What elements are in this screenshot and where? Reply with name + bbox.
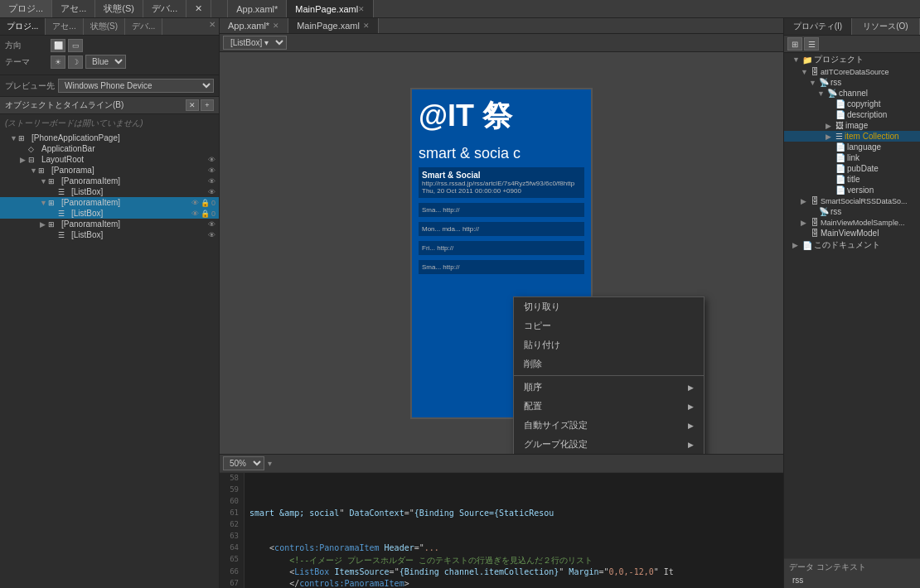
news-content-3: Mon... mda... http:// — [422, 225, 581, 233]
timeline-add-btn[interactable]: + — [201, 99, 214, 111]
rt-itemcollection[interactable]: ▶ ☰ item Collection — [784, 131, 920, 142]
code-line-60: 60 — [220, 496, 783, 508]
rt-project[interactable]: ▼ 📁 プロジェクト — [784, 53, 920, 66]
data-context-rss[interactable]: rss — [789, 575, 915, 586]
rt-image[interactable]: ▶ 🖼 image — [784, 120, 920, 131]
direction-landscape-btn[interactable]: ▭ — [68, 39, 83, 52]
ctx-paste[interactable]: 貼り付け — [514, 335, 704, 354]
tab-appxaml[interactable]: App.xaml* — [228, 0, 287, 17]
close-appxaml[interactable]: ✕ — [273, 22, 279, 30]
zoom-select[interactable]: 50% — [223, 456, 264, 470]
tree-item-phonepage[interactable]: ▼ ⊞ [PhoneApplicationPage] — [0, 133, 219, 143]
ctx-order[interactable]: 順序 ▶ — [514, 378, 704, 397]
timeline-header: オブジェクトとタイムライン(B) ✕ + — [0, 96, 219, 114]
tab-assets[interactable]: アセ... — [52, 0, 95, 17]
num-badge: 0 — [211, 199, 215, 207]
tree-icon-lb1: ☰ — [58, 188, 70, 196]
right-tab-properties[interactable]: プロパティ(I) — [784, 18, 852, 35]
rt-title[interactable]: 📄 title — [784, 174, 920, 185]
rt-mainviewmodelsample[interactable]: ▶ 🗄 MainViewModelSample... — [784, 217, 920, 228]
left-tab-debug[interactable]: デバ... — [125, 18, 162, 35]
tab-debug[interactable]: デバ... — [143, 0, 186, 17]
rt-icon-project: 📁 — [802, 55, 812, 65]
rt-channel[interactable]: ▼ 📡 channel — [784, 88, 920, 99]
tree-item-listbox1[interactable]: ☰ [ListBox] 👁 — [0, 186, 219, 197]
tree-icon-pi1: ⊞ — [48, 177, 60, 186]
right-tabs: プロパティ(I) リソース(O) — [784, 18, 920, 36]
logo-text: @IT 祭 — [419, 96, 584, 137]
rt-copyright[interactable]: 📄 copyright — [784, 99, 920, 109]
rt-rss1[interactable]: ▼ 📡 rss — [784, 77, 920, 88]
rt-icon-title: 📄 — [835, 175, 845, 184]
tree-item-panoramaitem3[interactable]: ▶ ⊞ [PanoramaItem] 👁 — [0, 219, 219, 229]
theme-dark-btn[interactable]: ☽ — [68, 55, 83, 69]
tree-item-panorama[interactable]: ▼ ⊞ [Panorama] 👁 — [0, 165, 219, 176]
phone-content: @IT 祭 smart & socia c Smart & Social htt… — [412, 89, 591, 281]
rt-thisdoc[interactable]: ▶ 📄 このドキュメント — [784, 239, 920, 252]
object-tree: ▼ ⊞ [PhoneApplicationPage] ◇ Application… — [0, 133, 219, 588]
right-tab-resources[interactable]: リソース(O) — [852, 18, 920, 35]
rt-version[interactable]: 📄 version — [784, 185, 920, 195]
design-canvas[interactable]: @IT 祭 smart & socia c Smart & Social htt… — [220, 52, 783, 454]
left-tab-assets[interactable]: アセ... — [46, 18, 83, 35]
rt-description[interactable]: 📄 description — [784, 109, 920, 120]
rt-datasource[interactable]: ▼ 🗄 atITCoreDataSource — [784, 66, 920, 77]
tree-item-listbox2-selected[interactable]: ☰ [ListBox] 👁 🔒 0 — [0, 208, 219, 219]
props-section: 方向 ⬜ ▭ テーマ ☀ ☽ Blue — [0, 36, 219, 75]
code-line-58: 58 — [220, 473, 783, 484]
preview-device-select[interactable]: Windows Phone Device — [58, 79, 214, 93]
tab-pin[interactable]: ✕ — [186, 0, 211, 17]
timeline-pin-btn[interactable]: ✕ — [186, 99, 199, 111]
tree-item-panoramaitem2[interactable]: ▼ ⊞ [PanoramaItem] 👁 🔒 0 — [0, 197, 219, 208]
tab-mainpage-center[interactable]: MainPage.xaml ✕ — [288, 18, 379, 33]
rt-icon-desc: 📄 — [835, 110, 845, 119]
rt-link[interactable]: 📄 link — [784, 152, 920, 163]
direction-portrait-btn[interactable]: ⬜ — [51, 39, 65, 52]
left-tab-project[interactable]: プロジ... — [0, 18, 46, 35]
ctx-delete[interactable]: 削除 — [514, 354, 704, 374]
ctx-arrow-align: ▶ — [688, 402, 694, 411]
ctx-group[interactable]: グループ化設定 ▶ — [514, 435, 704, 454]
news-content-4: Fri... http:// — [422, 244, 581, 252]
line-num-64: 64 — [220, 542, 245, 554]
tab-project[interactable]: プロジ... — [0, 0, 52, 17]
tab-appxaml-center[interactable]: App.xaml* ✕ — [220, 18, 288, 33]
line-num-67: 67 — [220, 578, 245, 588]
ctx-copy[interactable]: コピー — [514, 316, 704, 335]
left-tab-state[interactable]: 状態(S) — [84, 18, 125, 35]
tree-item-appbar[interactable]: ◇ ApplicationBar — [0, 143, 219, 154]
ctx-autosize[interactable]: 自動サイズ設定 ▶ — [514, 416, 704, 435]
close-mainpage[interactable]: ✕ — [363, 22, 370, 30]
rt-mainviewmodel[interactable]: 🗄 MainViewModel — [784, 228, 920, 239]
tree-item-listbox3[interactable]: ☰ [ListBox] 👁 — [0, 229, 219, 240]
rt-smartsocial[interactable]: ▶ 🗄 SmartSocialRSSDataSo... — [784, 195, 920, 206]
rt-grid-btn[interactable]: ⊞ — [787, 37, 802, 51]
ctx-cut[interactable]: 切り取り — [514, 297, 704, 316]
theme-select[interactable]: Blue — [85, 55, 126, 69]
center-tabs: App.xaml* ✕ MainPage.xaml ✕ — [220, 18, 783, 34]
news-title-1: Smart & Social — [422, 171, 581, 180]
rt-arrow-rss1: ▼ — [809, 79, 817, 87]
element-selector[interactable]: [ListBox] ▾ — [223, 36, 287, 50]
line-num-61: 61 — [220, 508, 245, 519]
tab-mainpage[interactable]: MainPage.xaml ✕ — [287, 0, 374, 17]
left-top-tabs: プロジ... アセ... 状態(S) デバ... ✕ — [0, 18, 219, 36]
tree-item-panoramaitem1[interactable]: ▼ ⊞ [PanoramaItem] 👁 — [0, 176, 219, 186]
rt-icon-image: 🖼 — [835, 121, 844, 130]
ctx-arrow-order: ▶ — [688, 383, 694, 392]
theme-light-btn[interactable]: ☀ — [51, 55, 65, 69]
rt-pubdate[interactable]: 📄 pubDate — [784, 163, 920, 174]
rt-list-btn[interactable]: ☰ — [804, 37, 819, 51]
rt-arrow-channel: ▼ — [817, 89, 826, 98]
code-line-59: 59 — [220, 484, 783, 496]
rt-arrow-itemcoll: ▶ — [826, 133, 834, 141]
news-url-1: http://rss.rssad.jp/rss/artclE/7s4Ryz5fw… — [422, 180, 581, 187]
rt-rss2[interactable]: 📡 rss — [784, 206, 920, 217]
pin-btn[interactable]: ✕ — [206, 18, 219, 35]
tab-state[interactable]: 状態(S) — [95, 0, 143, 17]
ctx-align[interactable]: 配置 ▶ — [514, 397, 704, 416]
rt-language[interactable]: 📄 language — [784, 142, 920, 152]
lock-icon2: 🔒 — [201, 210, 210, 218]
tree-item-layoutroot[interactable]: ▶ ⊟ LayoutRoot 👁 — [0, 154, 219, 165]
rt-icon-rss1: 📡 — [819, 78, 829, 87]
